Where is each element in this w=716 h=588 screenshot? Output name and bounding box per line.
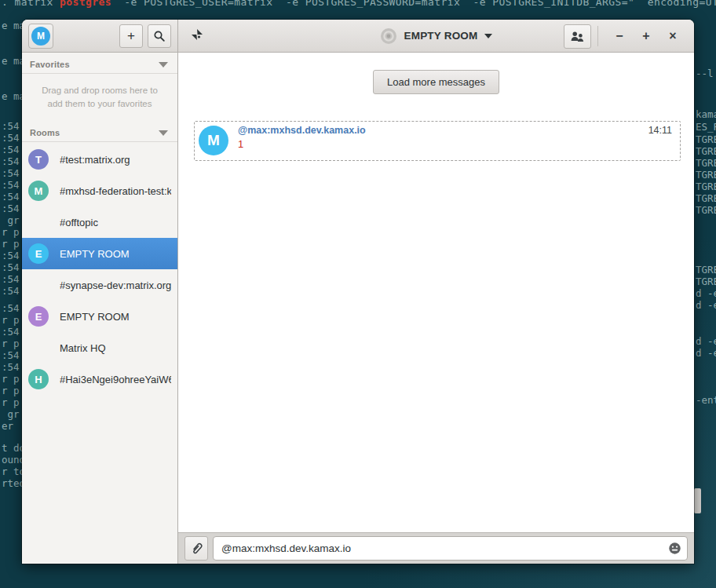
attach-button[interactable] xyxy=(184,536,208,561)
terminal-text-fragment: :54 xyxy=(2,203,20,214)
message-entry-container xyxy=(213,536,688,561)
terminal-highlight-text: postgres xyxy=(60,0,111,8)
default-room-avatar-icon xyxy=(380,27,397,45)
terminal-text-fragment: d -e xyxy=(696,287,716,299)
terminal-text-fragment: d -e xyxy=(696,347,716,359)
account-menu-button[interactable]: M xyxy=(28,24,53,49)
header-bar: M + xyxy=(22,20,694,53)
minimize-button[interactable]: − xyxy=(606,23,633,49)
room-label: #test:matrix.org xyxy=(60,154,130,166)
terminal-scrollbar-thumb[interactable] xyxy=(694,488,701,513)
header-separator xyxy=(597,26,598,46)
room-list-item[interactable]: E EMPTY ROOM xyxy=(22,238,177,269)
room-list-item[interactable]: #offtopic xyxy=(22,206,177,238)
terminal-text-fragment: r p xyxy=(2,338,20,349)
terminal-text-fragment: TGRE xyxy=(696,157,716,169)
terminal-text-fragment: :54 xyxy=(2,132,20,144)
sidebar-header: M + xyxy=(22,20,178,52)
new-room-button[interactable]: + xyxy=(119,24,143,48)
room-avatar: H xyxy=(28,369,49,389)
room-list-item[interactable]: M #mxhsd-federation-test:k... xyxy=(22,175,177,206)
room-avatar: M xyxy=(28,181,49,201)
message-row[interactable]: M @max:mxhsd.dev.kamax.io 14:11 1 xyxy=(194,121,681,161)
room-list-item[interactable]: #synapse-dev:matrix.org xyxy=(22,269,177,301)
user-avatar: M xyxy=(31,27,50,46)
terminal-text-fragment: r p xyxy=(2,226,20,238)
message-timestamp: 14:11 xyxy=(648,125,672,136)
terminal-text-fragment: kama xyxy=(696,108,716,120)
terminal-text-fragment: :54 xyxy=(2,167,20,179)
room-title-button[interactable]: EMPTY ROOM xyxy=(380,27,491,45)
terminal-text-fragment: :54 xyxy=(2,285,20,297)
app-window: M + xyxy=(22,20,694,564)
room-state-icon xyxy=(191,28,203,41)
rooms-section-header[interactable]: Rooms xyxy=(22,121,177,141)
room-list: T #test:matrix.org M #mxhsd-federation-t… xyxy=(22,142,177,395)
terminal-text-fragment: :54 xyxy=(2,349,20,361)
room-label: #offtopic xyxy=(60,217,98,228)
paperclip-icon xyxy=(191,542,203,555)
terminal-text-fragment: r p xyxy=(2,314,20,326)
emoji-icon[interactable] xyxy=(668,542,681,555)
collapse-arrow-icon xyxy=(159,62,168,68)
plus-icon: + xyxy=(127,28,135,44)
terminal-text-fragment: gr xyxy=(2,408,20,420)
maximize-button[interactable]: + xyxy=(633,23,659,49)
people-icon xyxy=(570,31,585,42)
terminal-text: -e POSTGRES_USER=matrix -e POSTGRES_PASS… xyxy=(111,0,716,8)
room-list-item[interactable]: T #test:matrix.org xyxy=(22,144,177,175)
terminal-text-fragment: gr xyxy=(2,214,20,226)
message-content: @max:mxhsd.dev.kamax.io 14:11 1 xyxy=(238,125,672,150)
search-icon xyxy=(153,30,166,42)
terminal-text-fragment: TGRE xyxy=(696,276,716,287)
terminal-text: . matrix xyxy=(2,0,60,8)
message-sender[interactable]: @max:mxhsd.dev.kamax.io xyxy=(238,125,366,136)
sidebar: Favorites Drag and drop rooms here to ad… xyxy=(22,53,178,564)
terminal-text-fragment: --l xyxy=(696,68,714,79)
room-list-item[interactable]: E EMPTY ROOM xyxy=(22,301,177,332)
chat-column: Load more messages M @max:mxhsd.dev.kama… xyxy=(178,53,694,564)
composer-bar xyxy=(178,532,694,564)
rooms-label: Rooms xyxy=(30,128,60,137)
room-members-button[interactable] xyxy=(564,24,591,49)
terminal-text-fragment: TGRE xyxy=(696,192,716,204)
room-label: #synapse-dev:matrix.org xyxy=(60,279,171,291)
terminal-text-fragment: er xyxy=(2,420,13,432)
terminal-text-fragment: d -e xyxy=(696,299,716,311)
message-text: 1 xyxy=(238,138,672,150)
terminal-text-fragment: :54 xyxy=(2,250,20,261)
header-right-controls: − + × xyxy=(564,20,686,53)
favorites-label: Favorites xyxy=(30,60,70,69)
terminal-text-fragment: TGRE xyxy=(696,169,716,181)
terminal-text-fragment: :54 xyxy=(2,155,20,167)
terminal-text-fragment: :54 xyxy=(2,326,20,338)
terminal-text-fragment: :54 xyxy=(2,120,20,132)
close-button[interactable]: × xyxy=(659,23,686,49)
favorites-section-header[interactable]: Favorites xyxy=(22,53,177,73)
terminal-text-fragment: :54 xyxy=(2,179,20,191)
terminal-text-fragment: TGRE xyxy=(696,133,716,145)
search-button[interactable] xyxy=(148,24,171,48)
window-content: Favorites Drag and drop rooms here to ad… xyxy=(22,53,694,564)
terminal-text-fragment: TGRE xyxy=(696,145,716,157)
room-list-item[interactable]: H #Hai3eNgei9ohreeYaiW6f... xyxy=(22,363,177,395)
room-title: EMPTY ROOM xyxy=(404,30,477,42)
terminal-text-fragment: ES_P xyxy=(696,121,716,133)
room-list-item[interactable]: Matrix HQ xyxy=(22,332,177,363)
room-avatar: T xyxy=(28,149,49,170)
room-label: EMPTY ROOM xyxy=(60,248,130,260)
message-area: Load more messages M @max:mxhsd.dev.kama… xyxy=(178,53,694,532)
terminal-text-fragment: r p xyxy=(2,396,20,408)
sidebar-header-actions: + xyxy=(119,24,171,48)
chevron-down-icon xyxy=(484,34,492,38)
terminal-text-fragment: :54 xyxy=(2,361,20,373)
terminal-text-fragment: d -e xyxy=(696,335,716,347)
terminal-text-fragment: TGRE xyxy=(696,204,716,216)
load-more-button[interactable]: Load more messages xyxy=(373,70,499,94)
terminal-text-fragment: :54 xyxy=(2,191,20,203)
message-input[interactable] xyxy=(213,536,688,561)
room-header: EMPTY ROOM − + × xyxy=(178,20,694,52)
terminal-text-fragment: r p xyxy=(2,238,20,250)
terminal-text-fragment: :54 xyxy=(2,261,20,273)
terminal-text-fragment: :54 xyxy=(2,144,20,155)
